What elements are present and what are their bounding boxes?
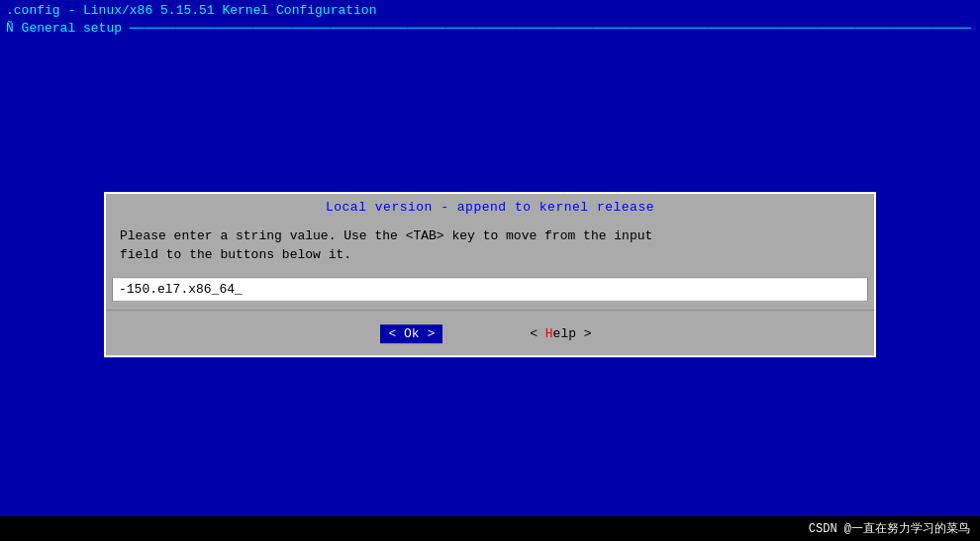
- dialog-divider: [106, 310, 874, 311]
- dialog-buttons: < Ok > < H< Help >elp >: [106, 315, 874, 355]
- dialog-input-wrapper[interactable]: [112, 277, 868, 302]
- main-area: Local version - append to kernel release…: [0, 40, 980, 476]
- dialog-description-line2: field to the buttons below it.: [120, 246, 860, 266]
- top-bar: .config - Linux/x86 5.15.51 Kernel Confi…: [0, 0, 980, 40]
- help-button[interactable]: < H< Help >elp >: [522, 324, 599, 343]
- ok-button[interactable]: < Ok >: [380, 324, 442, 343]
- dialog-description-line1: Please enter a string value. Use the <TA…: [120, 226, 860, 246]
- dialog-body: Please enter a string value. Use the <TA…: [106, 219, 874, 269]
- watermark: CSDN @一直在努力学习的菜鸟: [0, 516, 980, 541]
- dialog: Local version - append to kernel release…: [104, 192, 876, 357]
- local-version-input[interactable]: [112, 277, 868, 302]
- title-line: .config - Linux/x86 5.15.51 Kernel Confi…: [6, 2, 974, 20]
- subtitle-line: Ñ General setup ────────────────────────…: [6, 20, 974, 38]
- dialog-title: Local version - append to kernel release: [106, 194, 874, 219]
